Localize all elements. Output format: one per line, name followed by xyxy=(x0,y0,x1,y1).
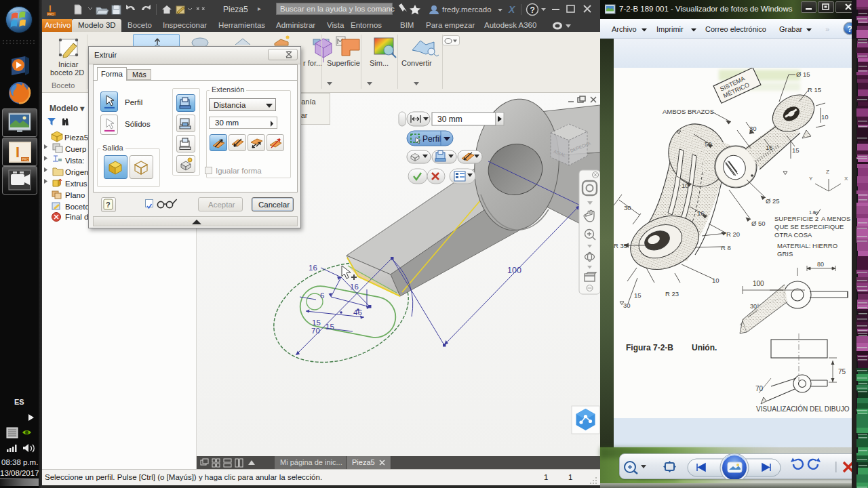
svg-text:16: 16 xyxy=(766,144,773,151)
svg-text:10: 10 xyxy=(821,113,829,121)
svg-text:I: I xyxy=(16,144,20,161)
svg-text:10: 10 xyxy=(682,182,689,189)
svg-text:30 mm: 30 mm xyxy=(437,115,462,124)
svg-text:16: 16 xyxy=(697,209,705,217)
svg-text:70: 70 xyxy=(755,385,764,392)
svg-text:Figura 7-2-B: Figura 7-2-B xyxy=(626,343,673,352)
svg-text:QUE SE ESPECIFIQUE: QUE SE ESPECIFIQUE xyxy=(774,223,844,230)
svg-text:46: 46 xyxy=(353,308,362,317)
svg-text:Ø 25: Ø 25 xyxy=(766,197,780,205)
svg-text:Pieza5: Pieza5 xyxy=(64,134,88,142)
svg-text:R 20: R 20 xyxy=(726,230,740,238)
svg-text:X: X xyxy=(508,4,516,15)
svg-text:100: 100 xyxy=(753,280,764,287)
svg-text:MATERIAL: HIERRO: MATERIAL: HIERRO xyxy=(777,242,837,249)
svg-text:AMBOS BRAZOS: AMBOS BRAZOS xyxy=(663,108,714,115)
svg-text:Plano: Plano xyxy=(65,191,85,199)
svg-text:30: 30 xyxy=(624,204,631,211)
svg-text:Ø 15: Ø 15 xyxy=(796,70,810,78)
svg-text:R 15: R 15 xyxy=(808,86,821,94)
svg-text:15: 15 xyxy=(312,319,321,327)
svg-text:R 23: R 23 xyxy=(665,290,679,298)
svg-text:30°: 30° xyxy=(750,303,760,310)
svg-text:Vista:: Vista: xyxy=(65,157,85,165)
svg-text:1.6: 1.6 xyxy=(809,210,816,215)
svg-text:OTRA COSA: OTRA COSA xyxy=(774,231,812,239)
svg-text:6: 6 xyxy=(320,291,324,300)
svg-text:fredy.mercado: fredy.mercado xyxy=(442,5,492,14)
svg-text:16: 16 xyxy=(350,283,359,291)
svg-text:Final d: Final d xyxy=(65,213,89,221)
svg-text:50: 50 xyxy=(705,140,712,148)
svg-text:Unión.: Unión. xyxy=(692,343,717,352)
svg-text:30: 30 xyxy=(749,125,757,132)
svg-text:?: ? xyxy=(530,5,535,15)
svg-text:R 35: R 35 xyxy=(614,242,627,249)
svg-text:X: X xyxy=(844,176,848,182)
svg-text:15: 15 xyxy=(326,323,334,331)
svg-text:70: 70 xyxy=(311,327,320,335)
svg-text:?: ? xyxy=(106,201,111,209)
svg-text:15: 15 xyxy=(634,291,642,299)
svg-text:100: 100 xyxy=(507,266,521,275)
svg-text:10: 10 xyxy=(712,277,719,284)
svg-text:Boceto: Boceto xyxy=(65,203,90,211)
svg-text:Perfil: Perfil xyxy=(422,134,441,144)
svg-text:VISUALIZACIÓN DEL DIBUJO: VISUALIZACIÓN DEL DIBUJO xyxy=(756,405,850,413)
svg-text:SUPERFICIE 2: SUPERFICIE 2 xyxy=(774,215,818,222)
svg-text:A MENOS: A MENOS xyxy=(821,215,850,222)
svg-text:75: 75 xyxy=(838,368,846,375)
svg-text:80: 80 xyxy=(817,261,824,268)
svg-text:GRIS: GRIS xyxy=(777,250,793,258)
svg-text:30: 30 xyxy=(623,302,631,309)
svg-text:16: 16 xyxy=(309,264,317,272)
svg-text:Origen: Origen xyxy=(65,168,89,176)
svg-text:Z: Z xyxy=(826,169,829,175)
svg-text:Cuerp: Cuerp xyxy=(65,145,86,153)
svg-text:15: 15 xyxy=(792,146,800,154)
svg-text:Y: Y xyxy=(809,176,813,182)
svg-text:R 8: R 8 xyxy=(721,244,731,251)
svg-text:Ø 50: Ø 50 xyxy=(751,220,766,227)
svg-text:PRO: PRO xyxy=(22,157,29,161)
svg-text:Extrus: Extrus xyxy=(65,180,87,188)
svg-text:PRO: PRO xyxy=(47,13,54,16)
